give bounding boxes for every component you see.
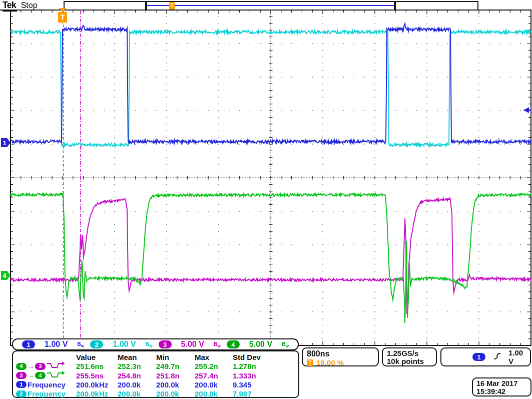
date-value: 16 Mar 2017 (476, 379, 527, 387)
trigger-position-icon: T (307, 359, 313, 366)
measurement-row-ch1-frequency: 1 Frequency 200.0kHz 200.0k 200.0k 200.0… (16, 380, 298, 389)
meas-stddev: 7.987 (233, 389, 298, 398)
measurement-row-ch2-frequency: 2 Frequency 200.0kHz 200.0k 200.0k 200.0… (16, 389, 298, 398)
meas-max: 255.2n (195, 362, 233, 370)
col-header-stddev: Std Dev (233, 353, 298, 361)
meas-max: 257.4n (195, 371, 233, 380)
trigger-source-badge: 1 (472, 353, 485, 361)
col-header-min: Min (156, 353, 195, 361)
measurement-header-row: Value Mean Min Max Std Dev (16, 352, 298, 361)
delay-measurement-icon (47, 361, 66, 371)
bandwidth-limit-icon: BW (214, 341, 221, 348)
meas-name: Frequency (28, 389, 66, 398)
source-badge: 2 (16, 390, 27, 397)
acquisition-status: Stop (21, 1, 38, 10)
col-header-max: Max (195, 353, 233, 361)
trigger-level-value: 1.00 V (508, 348, 524, 365)
channel-3-badge: 3 (159, 340, 172, 348)
channel-1-badge: 1 (22, 340, 35, 348)
meas-stddev: 1.278n (233, 362, 298, 370)
delay-measurement-icon (47, 371, 66, 380)
record-length: 10k points (387, 357, 432, 365)
rising-edge-slope-icon (493, 352, 500, 362)
meas-min: 200.0k (156, 380, 195, 389)
channel-4-badge: 4 (227, 340, 240, 348)
dest-badge: 4 (35, 372, 46, 379)
time-value: 15:39:42 (476, 387, 527, 395)
arrow-icon: → (28, 372, 34, 379)
measurement-row-delay-4-3: 4 → 3 251.6ns 252.3n 249.7n 255.2n 1.278… (16, 361, 298, 370)
datetime-readout: 16 Mar 2017 15:39:42 (472, 377, 531, 396)
meas-min: 251.8n (156, 371, 195, 380)
arrow-icon: → (28, 363, 34, 369)
acquisition-readout: 1.25GS/s 10k points (382, 347, 437, 366)
trigger-readout: 1 1.00 V (440, 347, 531, 366)
channel-1-readout: 1 1.00 V BW (19, 340, 87, 349)
meas-mean: 252.3n (118, 362, 156, 370)
status-header: Tek Stop (3, 0, 38, 12)
timebase-value: 800ns (307, 349, 374, 358)
measurement-row-delay-3-4: 3 → 4 255.5ns 254.8n 251.8n 257.4n 1.333… (16, 371, 298, 380)
meas-name: Frequency (28, 380, 66, 389)
dest-badge: 3 (35, 363, 46, 370)
trigger-position-value: 10.00 % (316, 358, 344, 367)
channel-2-badge: 2 (90, 340, 103, 348)
meas-max: 200.0k (195, 389, 233, 398)
meas-stddev: 1.333n (233, 371, 298, 380)
channel-2-scale: 1.00 V (113, 340, 136, 349)
meas-mean: 200.0k (118, 380, 156, 389)
source-badge: 4 (16, 363, 27, 370)
meas-value: 200.0kHz (76, 380, 118, 389)
meas-value: 251.6ns (76, 362, 118, 370)
sample-rate: 1.25GS/s (387, 349, 432, 357)
channel-scale-bar: 1 1.00 V BW 2 1.00 V BW 3 5.00 V BW 4 5.… (12, 338, 299, 350)
col-header-value: Value (76, 353, 118, 361)
oscilloscope-screen: Tek Stop T 1 1.00 V BW 2 1.00 V BW 3 5.0… (0, 0, 532, 399)
meas-value: 200.0kHz (76, 389, 118, 398)
meas-value: 255.5ns (76, 371, 118, 380)
meas-mean: 254.8n (118, 371, 156, 380)
channel-1-scale: 1.00 V (45, 340, 68, 349)
measurement-table: Value Mean Min Max Std Dev 4 → 3 251.6ns… (12, 350, 299, 398)
meas-min: 249.7n (156, 362, 195, 370)
tek-logo: Tek (3, 0, 17, 12)
horizontal-readout: 800ns T 10.00 % (302, 347, 379, 366)
bandwidth-limit-icon: BW (282, 341, 289, 348)
bandwidth-limit-icon: BW (146, 341, 153, 348)
channel-3-readout: 3 5.00 V BW (156, 340, 224, 349)
channel-4-readout: 4 5.00 V BW (224, 340, 292, 349)
channel-2-readout: 2 1.00 V BW (87, 340, 155, 349)
col-header-mean: Mean (118, 353, 156, 361)
source-badge: 3 (16, 372, 27, 379)
bandwidth-limit-icon: BW (77, 341, 84, 348)
meas-stddev: 9.345 (233, 380, 298, 389)
channel-4-scale: 5.00 V (249, 340, 272, 349)
meas-min: 200.0k (156, 389, 195, 398)
meas-max: 200.0k (195, 380, 233, 389)
meas-mean: 200.0k (118, 389, 156, 398)
source-badge: 1 (16, 381, 27, 388)
channel-3-scale: 5.00 V (181, 340, 204, 349)
